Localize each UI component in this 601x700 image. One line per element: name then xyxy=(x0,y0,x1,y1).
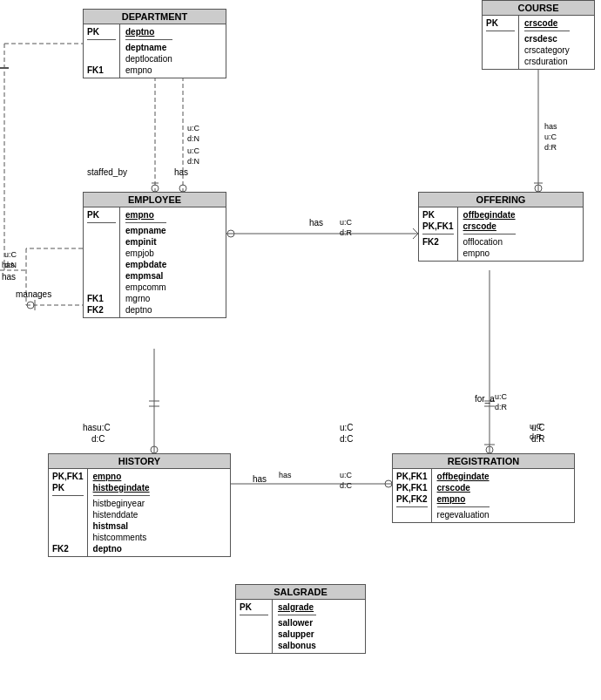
entity-registration: REGISTRATION PK,FK1 PK,FK1 PK,FK2 offbeg… xyxy=(392,453,575,523)
label-dc-reg1: d:C xyxy=(340,434,354,444)
svg-text:d:R: d:R xyxy=(495,403,508,411)
entity-department: DEPARTMENT PK FK1 deptno deptname deptlo… xyxy=(83,9,226,78)
entity-employee: EMPLOYEE PK FK1 FK2 empno empname empini… xyxy=(83,192,226,318)
svg-point-4 xyxy=(179,185,186,192)
diagram-canvas: u:C d:N u:C d:N u:C d:N u:C d:R has u:C … xyxy=(0,0,601,700)
svg-text:has: has xyxy=(2,261,15,269)
label-has-emp-off: has xyxy=(309,218,323,228)
entity-registration-keys: PK,FK1 PK,FK1 PK,FK2 xyxy=(393,469,432,522)
entity-registration-attrs: offbegindate crscode empno regevaluation xyxy=(432,469,495,522)
svg-text:d:N: d:N xyxy=(4,261,17,269)
entity-registration-title: REGISTRATION xyxy=(393,454,574,469)
label-has-left: has xyxy=(2,272,16,282)
label-uc-reg1: u:C xyxy=(340,423,354,432)
entity-history-attrs: empno histbegindate histbeginyear histen… xyxy=(88,469,155,556)
entity-course-keys: PK xyxy=(483,16,519,69)
label-d-c-hist: d:C xyxy=(91,434,105,444)
svg-text:u:C: u:C xyxy=(495,392,508,401)
entity-history-title: HISTORY xyxy=(49,454,230,469)
entity-offering-keys: PK PK,FK1 FK2 xyxy=(419,207,458,261)
svg-point-1 xyxy=(152,185,159,192)
entity-offering-attrs: offbegindate crscode offlocation empno xyxy=(458,207,521,261)
svg-text:u:C: u:C xyxy=(340,471,353,479)
svg-point-38 xyxy=(151,446,158,453)
label-staffed-by: staffed_by xyxy=(87,167,127,177)
entity-department-attrs: deptno deptname deptlocation empno xyxy=(120,24,178,78)
svg-point-12 xyxy=(27,302,34,309)
svg-point-19 xyxy=(227,230,234,237)
svg-point-40 xyxy=(385,480,392,487)
label-hasu-c: hasu:C xyxy=(83,423,111,432)
svg-text:d:N: d:N xyxy=(187,157,199,166)
entity-salgrade: SALGRADE PK salgrade sallower salupper s… xyxy=(235,584,366,654)
entity-salgrade-attrs: salgrade sallower salupper salbonus xyxy=(273,600,321,653)
label-has-dept-emp: has xyxy=(174,167,188,177)
svg-text:u:C: u:C xyxy=(340,218,353,227)
svg-text:d:C: d:C xyxy=(340,481,353,490)
entity-salgrade-keys: PK xyxy=(236,600,273,653)
entity-salgrade-title: SALGRADE xyxy=(236,585,365,600)
label-uc-reg2: u:C xyxy=(531,423,545,432)
svg-point-23 xyxy=(535,185,542,192)
entity-offering: OFFERING PK PK,FK1 FK2 offbegindate crsc… xyxy=(418,192,584,262)
entity-course-attrs: crscode crsdesc crscategory crsduration xyxy=(519,16,575,69)
svg-text:has: has xyxy=(279,471,292,479)
svg-text:d:R: d:R xyxy=(544,143,557,152)
entity-employee-title: EMPLOYEE xyxy=(84,193,226,207)
entity-course-title: COURSE xyxy=(483,1,594,16)
svg-text:u:C: u:C xyxy=(187,146,200,155)
entity-employee-attrs: empno empname empinit empjob empbdate em… xyxy=(120,207,172,317)
svg-text:u:C: u:C xyxy=(4,250,17,259)
svg-text:u:C: u:C xyxy=(544,133,557,141)
entity-course: COURSE PK crscode crsdesc crscategory cr… xyxy=(482,0,595,70)
entity-history-keys: PK,FK1 PK FK2 xyxy=(49,469,88,556)
svg-point-31 xyxy=(486,446,493,453)
label-dr-reg2: d:R xyxy=(531,434,545,444)
entity-employee-keys: PK FK1 FK2 xyxy=(84,207,120,317)
label-manages: manages xyxy=(16,289,51,299)
svg-text:d:R: d:R xyxy=(340,228,353,237)
svg-text:u:C: u:C xyxy=(187,124,200,133)
label-for-a: for_a xyxy=(475,394,495,404)
entity-history: HISTORY PK,FK1 PK FK2 empno histbegindat… xyxy=(48,453,231,557)
entity-department-title: DEPARTMENT xyxy=(84,10,226,24)
svg-text:d:N: d:N xyxy=(187,134,199,143)
svg-text:has: has xyxy=(544,122,557,131)
label-has-hist-reg: has xyxy=(253,474,267,484)
entity-offering-title: OFFERING xyxy=(419,193,583,207)
entity-department-keys: PK FK1 xyxy=(84,24,120,78)
